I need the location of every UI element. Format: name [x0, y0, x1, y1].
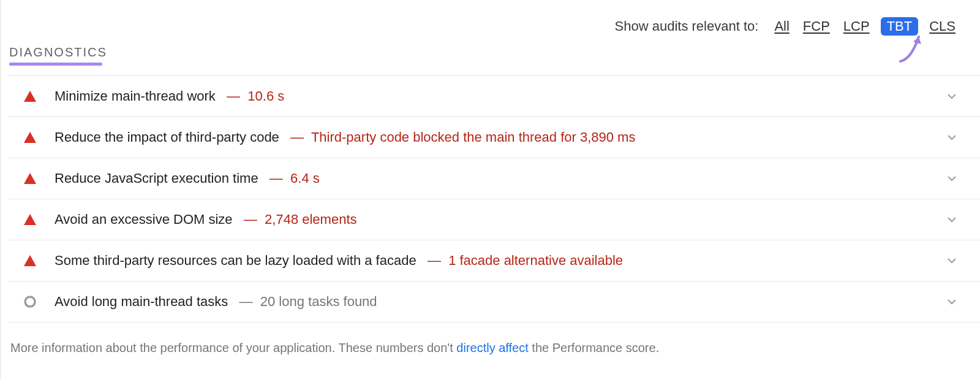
footer-text-after: the Performance score. [529, 341, 659, 354]
audit-detail: — 1 facade alternative available [420, 253, 623, 269]
footer-text-before: More information about the performance o… [10, 341, 456, 354]
fail-triangle-icon [24, 173, 40, 184]
svg-point-5 [25, 297, 35, 307]
fail-triangle-icon [24, 214, 40, 225]
audit-row[interactable]: Reduce the impact of third-party code — … [8, 117, 980, 158]
chevron-down-icon[interactable] [946, 255, 958, 267]
audit-detail: — 6.4 s [262, 170, 320, 186]
filter-item-lcp[interactable]: LCP [841, 17, 872, 36]
filter-item-fcp[interactable]: FCP [801, 17, 832, 36]
audit-title: Reduce JavaScript execution time [55, 170, 258, 186]
audit-title: Reduce the impact of third-party code [55, 129, 279, 145]
audit-row[interactable]: Avoid long main-thread tasks — 20 long t… [8, 281, 980, 323]
audit-list: Minimize main-thread work — 10.6 s Reduc… [8, 75, 980, 323]
audit-title: Avoid an excessive DOM size [55, 212, 233, 228]
fail-triangle-icon [24, 91, 40, 102]
audit-row[interactable]: Some third-party resources can be lazy l… [8, 240, 980, 281]
svg-marker-3 [24, 214, 36, 225]
filter-label: Show audits relevant to: [615, 18, 759, 34]
svg-marker-4 [24, 255, 36, 266]
audit-title: Minimize main-thread work [55, 88, 216, 104]
filter-item-all[interactable]: All [772, 17, 791, 36]
audit-title: Avoid long main-thread tasks [55, 294, 228, 310]
info-circle-icon [24, 296, 40, 308]
chevron-down-icon[interactable] [946, 172, 958, 185]
svg-marker-1 [24, 132, 36, 143]
chevron-down-icon[interactable] [946, 213, 958, 226]
audit-row[interactable]: Minimize main-thread work — 10.6 s [8, 76, 980, 117]
audit-detail: — Third-party code blocked the main thre… [283, 129, 636, 145]
audit-row[interactable]: Avoid an excessive DOM size — 2,748 elem… [8, 199, 980, 240]
svg-marker-2 [24, 173, 36, 184]
audit-detail: — 10.6 s [219, 88, 284, 104]
audit-row[interactable]: Reduce JavaScript execution time — 6.4 s [8, 158, 980, 199]
chevron-down-icon[interactable] [946, 131, 958, 144]
audit-title: Some third-party resources can be lazy l… [55, 253, 417, 269]
audit-filter-row: Show audits relevant to: All FCP LCP TBT… [8, 0, 980, 42]
filter-item-tbt[interactable]: TBT [881, 17, 919, 36]
lighthouse-diagnostics-panel: Show audits relevant to: All FCP LCP TBT… [0, 0, 980, 379]
chevron-down-icon[interactable] [946, 296, 958, 308]
audit-detail: — 20 long tasks found [232, 294, 377, 310]
audit-detail: — 2,748 elements [236, 212, 357, 228]
footer-link-directly-affect[interactable]: directly affect [456, 341, 528, 354]
fail-triangle-icon [24, 255, 40, 266]
section-heading-diagnostics: DIAGNOSTICS [9, 45, 107, 63]
footer-note: More information about the performance o… [8, 323, 980, 355]
chevron-down-icon[interactable] [946, 90, 958, 102]
svg-marker-0 [24, 91, 36, 102]
fail-triangle-icon [24, 132, 40, 143]
filter-item-cls[interactable]: CLS [927, 17, 958, 36]
